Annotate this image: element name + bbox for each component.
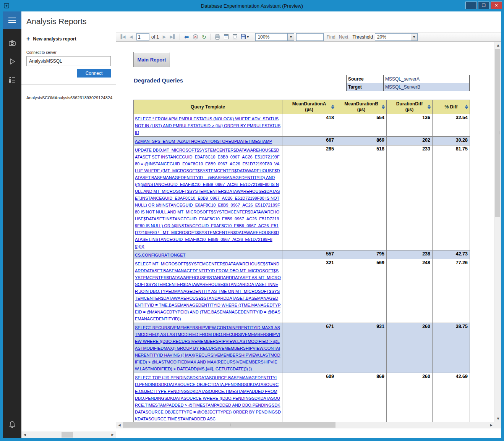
previous-page-button[interactable]: ◀ xyxy=(128,33,135,40)
new-analysis-report-button[interactable]: + New analysis report xyxy=(26,36,111,42)
query-template-link[interactable]: UPDATE DBO.MT_MICROSOFT$SYSTEMCENTER$DAT… xyxy=(135,148,280,249)
window-title: Database Experimentation Assistant (Prev… xyxy=(0,3,504,9)
query-template-link[interactable]: SELECT * FROM APM.PMRULESTATUS (NOLOCK) … xyxy=(135,116,280,135)
mean-duration-b-value: 554 xyxy=(336,114,387,137)
stop-rendering-button[interactable] xyxy=(192,33,199,40)
mean-duration-b-value: 518 xyxy=(336,145,387,250)
duration-diff-value: 202 xyxy=(387,137,433,145)
analysis-report-list-item[interactable]: AnalysisSCOMAnalysis636231893029124824 xyxy=(26,95,111,100)
source-label: Source xyxy=(347,75,384,83)
scroll-right-icon[interactable]: ▶ xyxy=(488,422,494,428)
menu-button[interactable] xyxy=(3,11,21,29)
capture-nav-button[interactable] xyxy=(8,39,16,47)
window-body: Analysis Reports + New analysis report C… xyxy=(3,11,501,438)
main-report-link[interactable]: Main Report xyxy=(137,57,166,63)
query-template-link[interactable]: SELECT MT_MICROSOFT$SYSTEMCENTER$DATAWAR… xyxy=(135,262,281,321)
connect-button[interactable]: Connect xyxy=(77,69,111,78)
scroll-left-icon[interactable]: ◀ xyxy=(116,422,123,428)
analysis-nav-button[interactable] xyxy=(8,76,16,84)
print-layout-button[interactable] xyxy=(223,33,230,40)
minimize-button[interactable]: — xyxy=(465,2,477,9)
query-template-link[interactable]: CS.CONFIGURATIONGET xyxy=(135,253,185,257)
scrollbar-grip xyxy=(496,131,499,134)
column-header-percent-diff: % Diff xyxy=(433,100,470,114)
source-target-table: Source MSSQL_serverA Target MSSQL_Server… xyxy=(346,75,470,91)
percent-diff-value: 77.26 xyxy=(433,259,470,323)
vertical-scrollbar-thumb[interactable] xyxy=(495,49,500,217)
find-button[interactable]: Find xyxy=(326,34,336,40)
notifications-button[interactable] xyxy=(8,420,16,429)
first-page-button[interactable]: ▐◀ xyxy=(119,33,126,40)
next-page-button[interactable]: ▶ xyxy=(161,33,168,40)
mean-duration-a-value: 321 xyxy=(282,259,336,323)
server-name-input[interactable] xyxy=(26,56,111,66)
back-to-parent-report-button[interactable]: ⬅ xyxy=(183,33,190,40)
hamburger-icon xyxy=(8,18,16,18)
page-number-input[interactable] xyxy=(136,33,149,40)
sidebar-horizontal-scrollbar[interactable]: ◀ ▶ xyxy=(21,431,116,438)
app-window: Database Experimentation Assistant (Prev… xyxy=(0,0,504,441)
find-next-button[interactable]: Next xyxy=(338,34,349,40)
close-button[interactable]: ✕ xyxy=(491,2,502,9)
scroll-right-icon[interactable]: ▶ xyxy=(109,431,116,438)
mean-duration-a-value: 285 xyxy=(282,145,336,250)
vertical-scrollbar[interactable]: ▲ ▼ xyxy=(494,42,501,422)
percent-diff-value: 81.75 xyxy=(433,145,470,250)
query-template-link[interactable]: SELECT RECURSIVEMEMBERSHIPVIEW.CONTAINER… xyxy=(135,325,280,371)
stop-icon xyxy=(193,34,198,40)
threshold-select[interactable]: 20% ▼ xyxy=(375,33,418,41)
print-layout-icon xyxy=(224,34,229,40)
mean-duration-b-value: 795 xyxy=(336,250,387,259)
column-header-mean-duration-b: MeanDurationB(µs) xyxy=(336,100,387,114)
sort-icon[interactable] xyxy=(465,105,468,109)
percent-diff-value: 30.28 xyxy=(433,137,470,145)
mean-duration-a-value: 671 xyxy=(282,323,336,373)
last-page-button[interactable]: ▶▌ xyxy=(170,33,177,40)
first-page-icon: ▐◀ xyxy=(119,34,126,39)
scroll-down-icon[interactable]: ▼ xyxy=(495,415,501,422)
target-value: MSSQL_ServerB xyxy=(384,83,470,91)
printer-icon xyxy=(214,34,220,40)
mean-duration-a-value: 609 xyxy=(282,373,336,422)
print-button[interactable] xyxy=(214,33,221,40)
zoom-dropdown-icon: ▼ xyxy=(287,34,294,40)
target-label: Target xyxy=(347,83,384,91)
scroll-up-icon[interactable]: ▲ xyxy=(495,42,501,48)
page-count-label: of 1 xyxy=(151,34,159,40)
bell-icon xyxy=(8,421,16,428)
zoom-value: 100% xyxy=(256,34,287,40)
page-setup-button[interactable] xyxy=(232,33,238,40)
export-button[interactable]: ▼ xyxy=(240,33,249,40)
main-report-back-button[interactable]: Main Report xyxy=(133,52,170,67)
report-viewport: Main Report Degraded Queries Source MSSQ… xyxy=(116,42,494,422)
maximize-button[interactable]: ❐ xyxy=(478,2,489,9)
plus-icon: + xyxy=(26,36,30,42)
report-title: Degraded Queries xyxy=(134,77,183,84)
find-text-input[interactable] xyxy=(296,33,324,41)
duration-diff-value: 136 xyxy=(387,114,433,137)
sort-icon[interactable] xyxy=(428,105,431,109)
query-template-link[interactable]: AZMAN_SPS_ENUM_AZAUTHORIZATIONSTOREUPDAT… xyxy=(135,139,272,144)
column-header-mean-duration-a: MeanDurationA(µs) xyxy=(282,100,336,114)
next-page-icon: ▶ xyxy=(163,34,166,39)
refresh-button[interactable]: ↻ xyxy=(201,33,207,40)
table-row: SELECT MT_MICROSOFT$SYSTEMCENTER$DATAWAR… xyxy=(134,259,470,323)
report-pane: ▐◀ ◀ of 1 ▶ ▶▌ ⬅ ↻ xyxy=(116,11,501,438)
mean-duration-a-value: 418 xyxy=(282,114,336,137)
minimize-icon: — xyxy=(469,3,473,8)
connect-to-server-label: Connect to server xyxy=(26,50,111,55)
sort-icon[interactable] xyxy=(382,105,385,109)
percent-diff-value: 42.69 xyxy=(433,373,470,422)
mean-duration-a-value: 557 xyxy=(282,250,336,259)
horizontal-scrollbar[interactable]: ◀ ▶ xyxy=(116,422,494,428)
horizontal-scrollbar-thumb[interactable] xyxy=(123,422,335,428)
replay-nav-button[interactable] xyxy=(8,57,16,66)
previous-page-icon: ◀ xyxy=(130,34,133,39)
sort-icon[interactable] xyxy=(331,105,334,109)
scrollbar-corner xyxy=(494,422,501,428)
query-template-link[interactable]: SELECT TOP {##} PENDINGSDKDATASOURCE.BAS… xyxy=(135,375,281,421)
mean-duration-b-value: 569 xyxy=(336,259,387,323)
scroll-left-icon[interactable]: ◀ xyxy=(21,431,28,438)
sidebar-scrollbar-thumb[interactable] xyxy=(62,432,73,438)
zoom-select[interactable]: 100% ▼ xyxy=(255,33,294,41)
